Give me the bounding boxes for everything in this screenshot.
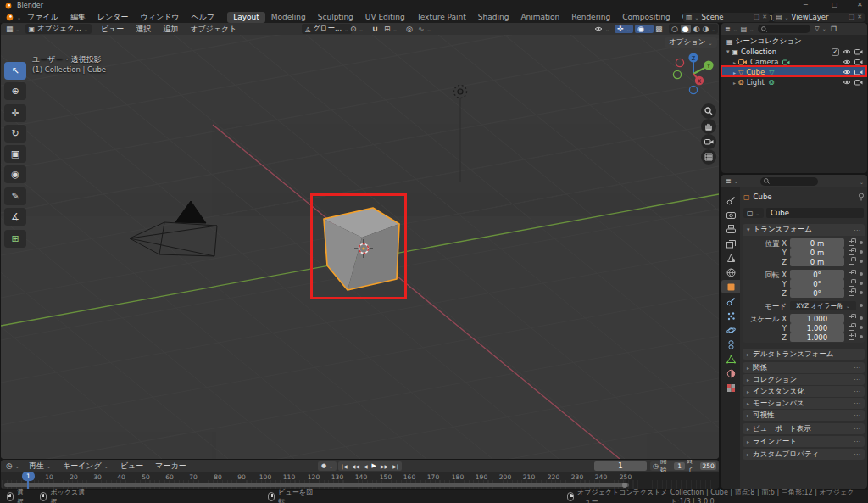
tool-cursor[interactable]: ⊕	[4, 82, 26, 100]
workspace-tab-uv-editing[interactable]: UV Editing	[359, 12, 411, 23]
animate-dot[interactable]	[860, 326, 863, 329]
properties-editor-icon[interactable]: ≣	[726, 177, 738, 185]
section-instancing[interactable]: ▸インスタンス化⋯	[743, 386, 865, 397]
proportional-falloff-dropdown[interactable]: ∿	[418, 25, 431, 33]
scale-y-field[interactable]: 1.000	[790, 323, 844, 333]
shading-rendered-button[interactable]: ◑	[703, 25, 716, 33]
blender-menu-icon[interactable]	[5, 14, 21, 21]
transform-panel-header[interactable]: ▾ トランスフォーム ⋯	[743, 224, 865, 236]
workspace-tab-texture-paint[interactable]: Texture Paint	[411, 12, 472, 23]
disable-render-camera-icon[interactable]	[854, 59, 863, 65]
xray-toggle[interactable]: ▩	[655, 25, 663, 33]
tool-move[interactable]: ✛	[4, 104, 26, 122]
frame-start-field[interactable]: 1	[674, 462, 685, 470]
prev-keyframe-button[interactable]: ◀◀	[352, 463, 359, 469]
menu-keying[interactable]: キーイング	[57, 461, 114, 472]
workspace-tab-animation[interactable]: Animation	[515, 12, 565, 23]
scale-x-field[interactable]: 1.000	[790, 314, 844, 323]
zoom-view-button[interactable]	[701, 103, 716, 119]
scene-selector[interactable]: ▥ Scene ❏ ✕	[683, 13, 770, 22]
menu-playback[interactable]: 再生	[23, 461, 57, 472]
lock-icon[interactable]	[849, 282, 854, 287]
location-y-field[interactable]: 0 m	[790, 248, 844, 257]
current-frame-field[interactable]: 1	[594, 461, 647, 471]
section-line-art[interactable]: ▸ラインアート⋯	[743, 436, 865, 447]
shading-wireframe-button[interactable]: ○	[671, 25, 678, 33]
next-keyframe-button[interactable]: ▶▶	[381, 463, 388, 469]
panel-menu-icon[interactable]: ⋯	[854, 450, 860, 458]
lock-icon[interactable]	[849, 335, 854, 340]
rotation-z-field[interactable]: 0°	[790, 288, 844, 298]
scale-z-field[interactable]: 1.000	[790, 333, 844, 342]
play-button[interactable]: ▶	[372, 462, 376, 469]
shading-material-button[interactable]: ◐	[693, 25, 700, 33]
tool-measure[interactable]: ∡	[4, 208, 26, 226]
rotation-x-field[interactable]: 0°	[790, 270, 844, 279]
menu-add[interactable]: 追加	[157, 24, 184, 35]
properties-tab-texture[interactable]	[721, 381, 740, 394]
mode-dropdown[interactable]: ▣ オブジェク...	[25, 24, 92, 34]
section-visibility[interactable]: ▸可視性⋯	[743, 410, 865, 421]
panel-menu-icon[interactable]: ⋯	[854, 226, 860, 234]
workspace-tab-compositing[interactable]: Compositing	[616, 12, 676, 23]
disable-render-camera-icon[interactable]	[854, 79, 863, 86]
lock-icon[interactable]	[849, 241, 854, 246]
gizmos-toggle[interactable]: ✜	[615, 25, 633, 33]
rotation-mode-dropdown[interactable]: XYZ オイラー角	[790, 301, 856, 310]
minimize-button[interactable]: ─	[804, 1, 808, 8]
hide-eye-icon[interactable]	[843, 59, 851, 65]
new-collection-button[interactable]: ❐	[831, 25, 837, 33]
lock-icon[interactable]	[849, 291, 854, 296]
overlays-toggle[interactable]: ◉	[635, 25, 654, 33]
jump-to-end-button[interactable]: ▶|	[392, 463, 398, 469]
properties-tab-scene[interactable]	[721, 251, 740, 265]
object-name-field[interactable]: Cube	[766, 208, 864, 218]
pin-icon[interactable]	[858, 193, 865, 201]
workspace-tab-layout[interactable]: Layout	[227, 12, 265, 23]
properties-tab-modifiers[interactable]	[721, 294, 740, 308]
panel-menu-icon[interactable]: ⋯	[854, 438, 860, 445]
lock-icon[interactable]	[849, 250, 854, 255]
properties-tab-constraints[interactable]	[721, 338, 740, 351]
lock-icon[interactable]	[849, 260, 854, 265]
camera-view-button[interactable]	[701, 134, 716, 149]
playhead-badge[interactable]: 1	[22, 472, 35, 481]
section-relations[interactable]: ▸関係⋯	[743, 362, 865, 373]
disclosure-closed-icon[interactable]: ▸	[733, 59, 736, 65]
properties-tab-view-layer[interactable]	[721, 237, 740, 250]
disable-render-camera-icon[interactable]	[854, 48, 863, 55]
menu-view[interactable]: ビュー	[114, 461, 149, 472]
tool-annotate[interactable]: ✎	[4, 187, 26, 205]
panel-menu-icon[interactable]: ⋯	[854, 376, 860, 383]
animate-dot[interactable]	[860, 272, 863, 276]
section-motion-paths[interactable]: ▸モーションパス⋯	[743, 398, 865, 409]
jump-to-start-button[interactable]: |◀	[342, 463, 348, 469]
tool-add-cube[interactable]: ⊞	[4, 230, 26, 248]
menu-render[interactable]: レンダー	[92, 12, 135, 23]
menu-object[interactable]: オブジェクト	[184, 24, 242, 35]
properties-tab-tool[interactable]	[721, 193, 740, 207]
breadcrumb-object-name[interactable]: Cube	[754, 193, 772, 201]
snap-with-dropdown[interactable]: ⊞	[384, 25, 398, 33]
scene-copy-icon[interactable]: ❏	[754, 14, 760, 21]
timeline-scrollbar[interactable]	[4, 483, 629, 487]
tool-select-box[interactable]: ↖	[4, 62, 26, 80]
close-button[interactable]: ✕	[857, 1, 863, 8]
menu-window[interactable]: ウィンドウ	[135, 12, 186, 23]
panel-menu-icon[interactable]: ⋯	[854, 425, 860, 433]
panel-menu-icon[interactable]: ⋯	[854, 388, 860, 395]
view-layer-selector[interactable]: ▤ ViewLayer ❏ ✕	[773, 13, 865, 22]
menu-edit[interactable]: 編集	[64, 12, 92, 23]
pivot-point-dropdown[interactable]: ⊙	[350, 25, 364, 33]
animate-dot[interactable]	[860, 316, 863, 320]
properties-tab-object[interactable]	[721, 280, 740, 293]
tool-transform[interactable]: ◉	[4, 165, 26, 183]
properties-tab-particles[interactable]	[721, 309, 740, 322]
properties-tab-world[interactable]	[721, 265, 740, 279]
orthographic-toggle-button[interactable]	[701, 149, 716, 165]
menu-help[interactable]: ヘルプ	[186, 12, 221, 23]
disclosure-open-icon[interactable]: ▾	[726, 48, 730, 55]
timeline-editor-icon[interactable]: ◷	[6, 461, 19, 470]
outliner-display-mode-dropdown[interactable]: ▤	[741, 25, 754, 33]
editor-type-icon[interactable]: ▦	[6, 25, 20, 33]
